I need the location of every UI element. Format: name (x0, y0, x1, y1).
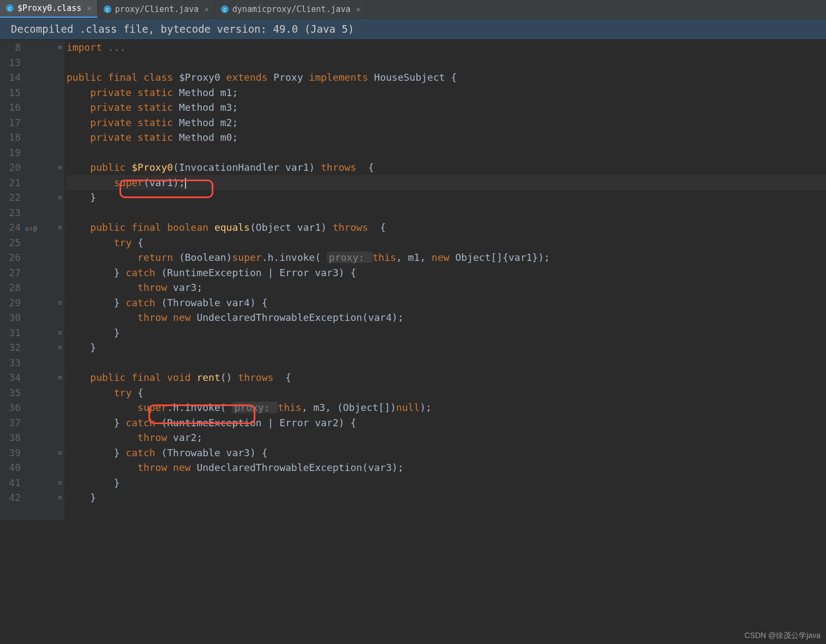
code-line[interactable]: } catch (RuntimeException | Error var2) … (67, 415, 826, 431)
watermark: CSDN @徐茂公学java (745, 631, 821, 641)
override-gutter-icon[interactable]: o↑ @ (25, 220, 56, 235)
fold-icon[interactable]: ⊡ (56, 325, 64, 341)
decompiled-banner: Decompiled .class file, bytecode version… (0, 19, 826, 40)
code-editor[interactable]: 8131415161718192021222324252627282930313… (0, 40, 826, 520)
java-file-icon: c (220, 5, 229, 14)
editor-tabs: c $Proxy0.class × c proxy/Client.java × … (0, 0, 826, 19)
tab-proxy-client[interactable]: c proxy/Client.java × (98, 0, 215, 18)
code-line[interactable]: public final boolean equals(Object var1)… (67, 220, 826, 235)
code-line[interactable] (67, 505, 826, 521)
code-line[interactable]: super.h.invoke( proxy: this, m3, (Object… (67, 400, 826, 415)
tab-label: dynamicproxy/Client.java (232, 4, 351, 14)
code-line[interactable]: private static Method m3; (67, 100, 826, 115)
code-line[interactable]: try { (67, 235, 826, 251)
code-line[interactable]: public final void rent() throws { (67, 370, 826, 385)
close-icon[interactable]: × (85, 4, 91, 13)
code-line[interactable] (67, 355, 826, 371)
code-line[interactable]: } catch (Throwable var3) { (67, 445, 826, 461)
code-line[interactable]: } (67, 490, 826, 505)
code-line[interactable] (67, 205, 826, 220)
fold-icon[interactable]: ⊟ (56, 160, 64, 175)
fold-icon[interactable]: ⊡ (56, 475, 64, 491)
fold-icon[interactable]: ⊡ (56, 445, 64, 461)
fold-icon[interactable]: ⊞ (56, 40, 64, 55)
svg-text:c: c (106, 7, 109, 13)
code-line[interactable]: public final class $Proxy0 extends Proxy… (67, 70, 826, 85)
code-line[interactable] (67, 55, 826, 70)
java-file-icon: c (103, 5, 112, 14)
code-line[interactable]: try { (67, 385, 826, 401)
code-line[interactable]: return (Boolean)super.h.invoke( proxy: t… (67, 250, 826, 265)
code-line[interactable]: throw var3; (67, 280, 826, 295)
code-line[interactable]: } (67, 190, 826, 205)
code-line[interactable]: } (67, 325, 826, 341)
fold-icon[interactable]: ⊡ (56, 340, 64, 355)
code-line[interactable]: } catch (RuntimeException | Error var3) … (67, 265, 826, 281)
fold-icon[interactable]: ⊡ (56, 490, 64, 505)
tab-label: $Proxy0.class (17, 3, 81, 13)
code-line[interactable] (67, 145, 826, 160)
fold-icon[interactable]: ⊡ (56, 295, 64, 311)
fold-icon[interactable]: ⊟ (56, 220, 64, 235)
code-line[interactable]: import ... (67, 40, 826, 55)
close-icon[interactable]: × (354, 5, 361, 14)
class-file-icon: c (5, 4, 14, 13)
code-line[interactable]: super(var1); (67, 175, 826, 190)
code-line[interactable]: private static Method m0; (67, 130, 826, 145)
line-number-gutter: 8131415161718192021222324252627282930313… (0, 40, 25, 520)
tab-label: proxy/Client.java (115, 4, 199, 14)
fold-icon[interactable]: ⊟ (56, 370, 64, 385)
gutter-marks: o↑ @ (25, 40, 56, 520)
code-line[interactable]: } catch (Throwable var4) { (67, 295, 826, 311)
code-line[interactable]: throw var2; (67, 430, 826, 445)
code-line[interactable]: private static Method m1; (67, 85, 826, 100)
code-line[interactable]: throw new UndeclaredThrowableException(v… (67, 460, 826, 475)
code-line[interactable]: } (67, 475, 826, 491)
fold-icon[interactable]: ⊡ (56, 190, 64, 205)
fold-gutter[interactable]: ⊞⊟⊡⊟⊡⊡⊡⊟⊡⊡⊡ (56, 40, 64, 520)
svg-text:c: c (223, 7, 226, 13)
tab-proxy0-class[interactable]: c $Proxy0.class × (0, 0, 98, 18)
code-line[interactable]: } (67, 340, 826, 355)
tab-dynamicproxy-client[interactable]: c dynamicproxy/Client.java × (215, 0, 367, 18)
close-icon[interactable]: × (202, 5, 208, 14)
svg-text:c: c (9, 5, 11, 11)
code-line[interactable]: throw new UndeclaredThrowableException(v… (67, 310, 826, 325)
code-line[interactable]: private static Method m2; (67, 115, 826, 130)
code-area[interactable]: import ...public final class $Proxy0 ext… (64, 40, 826, 520)
code-line[interactable]: public $Proxy0(InvocationHandler var1) t… (67, 160, 826, 175)
